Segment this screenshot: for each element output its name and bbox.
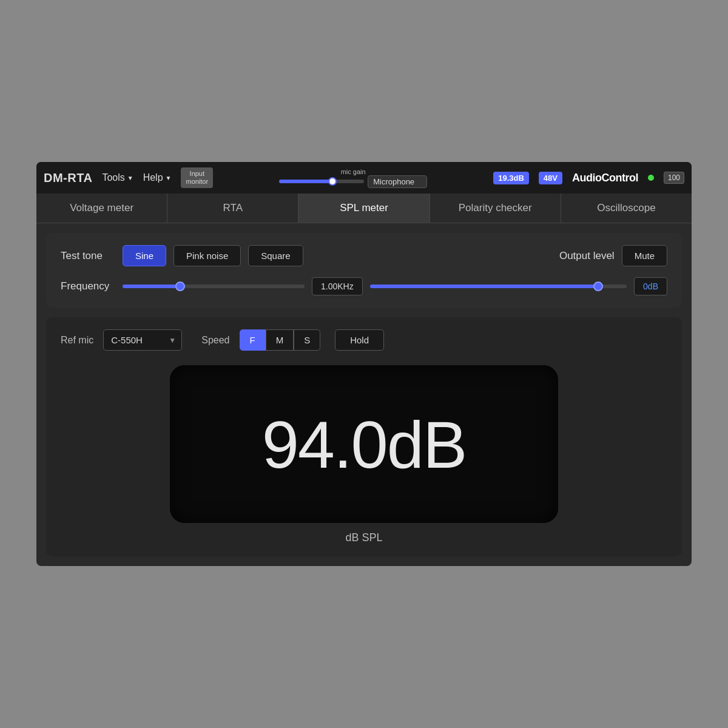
level-slider[interactable] xyxy=(370,285,627,288)
square-button[interactable]: Square xyxy=(248,245,303,266)
help-dropdown-arrow: ▼ xyxy=(166,175,172,181)
level-value: 0dB xyxy=(634,277,667,295)
mic-gain-area: mic gain Microphone xyxy=(223,168,484,188)
top-bar: DM-RTA Tools ▼ Help ▼ Inputmonitor mic g… xyxy=(36,162,692,194)
db-badge: 19.3dB xyxy=(493,172,529,184)
tab-rta[interactable]: RTA xyxy=(167,194,298,223)
spl-unit-label: dB SPL xyxy=(345,531,382,544)
frequency-row: Frequency 1.00KHz 0dB xyxy=(61,277,667,295)
mic-source-select[interactable]: Microphone xyxy=(368,175,427,188)
frequency-slider-thumb xyxy=(175,281,185,291)
sine-button[interactable]: Sine xyxy=(123,245,166,266)
speed-label: Speed xyxy=(201,335,229,346)
test-tone-row: Test tone Sine Pink noise Square Output … xyxy=(61,245,667,266)
tab-oscilloscope[interactable]: Oscilloscope xyxy=(561,194,692,223)
tools-dropdown-arrow: ▼ xyxy=(127,175,133,181)
input-monitor-button[interactable]: Inputmonitor xyxy=(181,167,213,188)
hold-button[interactable]: Hold xyxy=(335,329,384,351)
frequency-value: 1.00KHz xyxy=(312,277,363,295)
tab-polarity-checker[interactable]: Polarity checker xyxy=(430,194,561,223)
mic-gain-slider-wrap: Microphone xyxy=(279,175,427,188)
ref-mic-label: Ref mic xyxy=(61,335,93,346)
ref-mic-select-wrap: C-550H ▼ xyxy=(103,329,182,351)
pink-noise-button[interactable]: Pink noise xyxy=(174,245,241,266)
v48-badge: 48V xyxy=(539,172,562,184)
frequency-slider[interactable] xyxy=(123,285,305,288)
help-menu[interactable]: Help ▼ xyxy=(143,172,172,183)
ref-mic-select[interactable]: C-550H xyxy=(103,329,182,351)
spl-value: 94.0dB xyxy=(262,406,467,483)
status-indicator xyxy=(648,175,654,181)
tab-voltage-meter[interactable]: Voltage meter xyxy=(36,194,167,223)
test-tone-label: Test tone xyxy=(61,250,115,262)
mute-button[interactable]: Mute xyxy=(622,245,667,266)
mic-gain-thumb xyxy=(328,177,337,186)
level-slider-thumb xyxy=(593,281,603,291)
mic-gain-slider[interactable] xyxy=(279,180,364,183)
test-tone-section: Test tone Sine Pink noise Square Output … xyxy=(46,233,682,308)
speed-medium-button[interactable]: M xyxy=(266,329,294,351)
speed-fast-button[interactable]: F xyxy=(240,329,266,351)
tabs-bar: Voltage meter RTA SPL meter Polarity che… xyxy=(36,194,692,223)
version-badge: 100 xyxy=(664,172,684,184)
app-title: DM-RTA xyxy=(44,171,92,185)
brand-logo: AudioControl xyxy=(572,172,638,184)
speed-buttons: F M S xyxy=(240,329,321,351)
spl-display-wrap: 94.0dB dB SPL xyxy=(61,365,667,544)
spl-controls-row: Ref mic C-550H ▼ Speed F M S Hold xyxy=(61,329,667,351)
tab-spl-meter[interactable]: SPL meter xyxy=(298,194,430,223)
speed-slow-button[interactable]: S xyxy=(294,329,320,351)
frequency-label: Frequency xyxy=(61,280,115,292)
spl-section: Ref mic C-550H ▼ Speed F M S Hold 94.0dB… xyxy=(46,317,682,556)
spl-display: 94.0dB xyxy=(170,365,558,523)
tools-menu[interactable]: Tools ▼ xyxy=(102,172,133,183)
mic-gain-label: mic gain xyxy=(341,168,366,175)
output-level-label: Output level xyxy=(559,250,615,262)
